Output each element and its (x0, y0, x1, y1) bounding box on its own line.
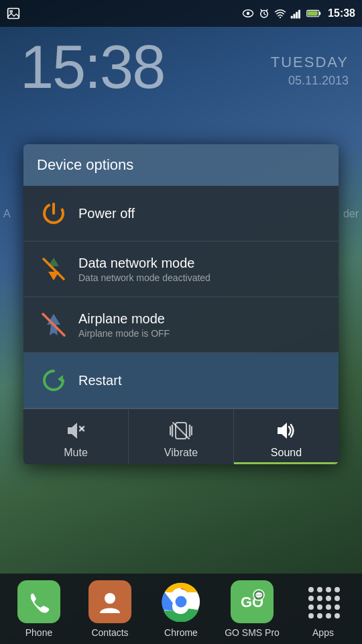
gallery-icon (7, 7, 20, 20)
chrome-label: Chrome (164, 627, 198, 638)
svg-point-3 (247, 12, 250, 15)
svg-rect-15 (319, 12, 320, 15)
dialog-body: Power off Data network mode Data network… (23, 186, 339, 464)
svg-text:💬: 💬 (255, 591, 263, 600)
dock-item-apps[interactable]: Apps (293, 580, 353, 638)
wifi-icon (274, 7, 286, 19)
vibrate-label: Vibrate (164, 447, 198, 459)
restart-icon-container (37, 364, 70, 397)
dock-item-chrome[interactable]: Chrome (151, 580, 211, 638)
svg-rect-12 (296, 12, 298, 19)
battery-icon (306, 7, 321, 19)
airplane-item[interactable]: Airplane mode Airplane mode is OFF (23, 297, 339, 353)
mute-label: Mute (64, 447, 88, 459)
svg-point-44 (326, 587, 331, 592)
apps-label: Apps (312, 627, 334, 638)
status-left-icons (7, 7, 20, 20)
airplane-icon-container (37, 308, 70, 341)
svg-marker-23 (58, 375, 63, 383)
gosms-icon: GO 💬 (236, 586, 268, 618)
wallpaper-date: 05.11.2013 (271, 74, 349, 88)
svg-rect-13 (298, 10, 300, 19)
svg-point-50 (308, 604, 314, 610)
side-text-left: A (3, 208, 11, 220)
svg-marker-21 (48, 272, 59, 280)
svg-point-34 (105, 593, 115, 604)
svg-point-55 (317, 613, 322, 619)
airplane-subtitle: Airplane mode is OFF (78, 328, 170, 339)
restart-item[interactable]: Restart (23, 353, 339, 409)
svg-point-54 (308, 613, 314, 619)
vibrate-button[interactable]: Vibrate (129, 409, 234, 464)
power-off-text: Power off (78, 206, 135, 221)
svg-point-53 (335, 604, 340, 610)
data-network-subtitle: Data network mode deactivated (78, 272, 210, 283)
contacts-icon-container (88, 580, 131, 623)
data-network-icon-container (37, 252, 70, 286)
status-right-icons: 15:38 (242, 7, 355, 19)
svg-rect-10 (291, 16, 293, 19)
svg-point-57 (335, 613, 340, 619)
restart-icon (39, 366, 68, 395)
chrome-icon-container (160, 580, 202, 623)
svg-point-51 (317, 604, 322, 610)
power-icon (39, 199, 68, 228)
dock-item-phone[interactable]: Phone (9, 580, 69, 638)
svg-point-37 (176, 596, 187, 607)
wallpaper-date-section: TUESDAY 05.11.2013 (271, 54, 349, 88)
svg-rect-11 (294, 14, 296, 19)
sound-button[interactable]: Sound (234, 409, 339, 464)
svg-marker-24 (68, 423, 77, 439)
status-bar: 15:38 (0, 0, 362, 27)
chrome-icon (161, 582, 201, 622)
dock: Phone Contacts (0, 574, 362, 644)
device-options-dialog: Device options Power off (23, 144, 339, 464)
apps-icon-container (302, 580, 345, 623)
svg-point-49 (335, 596, 340, 601)
mute-button[interactable]: Mute (23, 409, 129, 464)
svg-rect-0 (8, 9, 19, 19)
data-network-label: Data network mode (78, 256, 210, 271)
data-network-icon (39, 254, 68, 284)
wallpaper-day: TUESDAY (271, 54, 349, 71)
svg-point-56 (326, 613, 331, 619)
dock-item-gosms[interactable]: GO 💬 GO SMS Pro (222, 580, 282, 638)
status-time: 15:38 (328, 7, 355, 19)
wallpaper-clock: 15:38 (20, 37, 164, 97)
eye-icon (242, 7, 254, 19)
vibrate-icon (169, 419, 193, 443)
power-off-item[interactable]: Power off (23, 186, 339, 241)
phone-label: Phone (25, 627, 52, 638)
dialog-header: Device options (23, 144, 339, 186)
gosms-label: GO SMS Pro (225, 627, 280, 638)
airplane-icon (39, 310, 68, 339)
dialog-title: Device options (37, 156, 133, 173)
dock-item-contacts[interactable]: Contacts (80, 580, 140, 638)
svg-point-45 (335, 587, 340, 592)
phone-icon (26, 589, 52, 614)
power-off-label: Power off (78, 206, 135, 221)
svg-line-6 (264, 14, 265, 15)
side-text-right: der (343, 208, 359, 220)
svg-point-46 (308, 596, 314, 601)
svg-rect-16 (308, 11, 318, 15)
phone-icon-container (17, 580, 60, 623)
sound-label: Sound (271, 447, 302, 459)
svg-point-47 (317, 596, 322, 601)
apps-icon (304, 583, 342, 621)
data-network-text: Data network mode Data network mode deac… (78, 256, 210, 283)
sound-icon (274, 419, 298, 443)
data-network-item[interactable]: Data network mode Data network mode deac… (23, 241, 339, 297)
sound-active-indicator (234, 462, 339, 464)
power-off-icon-container (37, 197, 70, 230)
gosms-icon-container: GO 💬 (231, 580, 274, 623)
svg-rect-1 (9, 10, 13, 13)
wallpaper-time: 15:38 (20, 37, 164, 97)
sound-options-row: Mute Vibrate (23, 409, 339, 464)
svg-line-8 (266, 9, 267, 11)
contacts-label: Contacts (91, 627, 128, 638)
alarm-icon (258, 7, 270, 19)
restart-label: Restart (78, 373, 121, 388)
svg-point-43 (317, 587, 322, 592)
mute-icon (64, 419, 88, 443)
